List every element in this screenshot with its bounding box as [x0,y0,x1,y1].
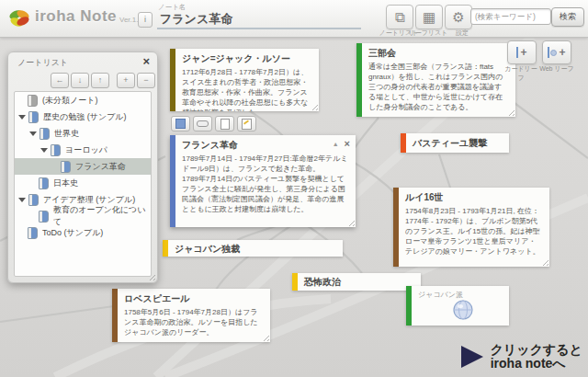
card-page-button[interactable] [215,116,234,131]
card-body: 1712年6月28日 - 1778年7月2日）は、スイス生まれの哲学者・政治思想… [182,67,312,111]
cta-line1: クリックすると [491,343,582,357]
sidebar-item-open-education[interactable]: 教育のオープン化について [15,208,151,224]
add-note-button[interactable]: + [117,73,135,88]
sidebar-item-world-history[interactable]: 世界史 [15,125,151,142]
sidebar-item-unclassified[interactable]: (未分類ノート) [15,92,151,109]
web-leaf-icon [548,47,549,58]
card-rousseau[interactable]: ジャン=ジャック・ルソー 1712年6月28日 - 1778年7月2日）は、スイ… [170,49,319,111]
notebook-icon [28,194,39,206]
card-color-button[interactable] [171,116,190,131]
card-title: ジャコバン独裁 [175,243,336,256]
move-up-button[interactable]: ↑ [91,73,109,88]
plus-icon: + [559,48,565,57]
sidebar-item-europe[interactable]: ヨーロッパ [15,142,151,158]
card-body: 1789年7月14日 - 1794年7月27日:革命暦2年テルミドール9日）は、… [182,154,349,214]
notebook-icon [51,144,61,156]
card-louis-xvi[interactable]: ルイ16世 1754年8月23日 - 1793年1月21日, 在位：1774年 … [393,188,549,267]
leaf-list-button[interactable]: ▦ [415,5,443,29]
tree-item-label: フランス革命 [75,161,126,173]
note-list-icon: ⧉ [395,9,405,25]
sidebar-item-japanese-history[interactable]: 日本史 [15,175,151,191]
plus-icon: + [520,48,526,57]
tree-item-label: 日本史 [53,177,78,189]
note-list-panel: ノートリスト × ← ↓ ↑ + − (未分類ノート) 歴史の勉強 (サンプル)… [7,51,158,283]
tree-item-label: 歴史の勉強 (サンプル) [43,111,127,123]
disclosure-down-icon[interactable] [40,148,48,153]
page-icon [220,119,230,130]
sidebar-item-french-revolution[interactable]: フランス革命 [15,158,151,175]
card-title: ルイ16世 [405,191,543,204]
globe-icon [452,299,474,321]
card-jacobin-dictatorship[interactable]: ジャコバン独裁 [163,240,343,257]
card-title: 三部会 [368,47,509,60]
add-card-leaf-button[interactable]: + [507,40,537,64]
tree-item-label: 世界史 [54,128,79,140]
cta-line2: iroha noteへ [491,357,582,371]
card-bastille[interactable]: バスティーユ襲撃 [401,133,509,153]
note-name-underline [157,28,361,29]
notebook-icon [61,161,71,173]
search-button[interactable]: 検索 [551,7,584,27]
notebook-icon [39,211,49,223]
disclosure-down-icon[interactable] [29,131,37,136]
card-link-button[interactable] [193,116,212,131]
selected-card-toolbar [171,116,256,131]
settings-button[interactable]: ⚙ [445,5,472,29]
notebook-icon [28,111,39,123]
sidebar-item-history-study[interactable]: 歴史の勉強 (サンプル) [15,109,151,125]
card-french-revolution-selected[interactable]: フランス革命 ▲ × 1789年7月14日 - 1794年7月27日:革命暦2年… [170,135,356,227]
notebook-icon [40,128,50,140]
card-title: バスティーユ襲撃 [413,137,503,150]
link-icon [197,120,209,127]
note-list-button[interactable]: ⧉ [386,5,413,29]
app-window: iroha Note Ver.1.2 i ノート名 フランス革命 ⧉ ▦ ⚙ ノ… [0,0,588,377]
tree-item-label: ヨーロッパ [65,144,107,156]
note-name[interactable]: フランス革命 [160,11,232,28]
card-leaf-label: カードリーフ [503,64,539,83]
card-body: 通常は全国三部会（フランス語：ftats gnraux）を指し、これはフランス国… [368,62,509,112]
card-resize-handle[interactable] [540,257,548,266]
web-dot-icon [550,50,557,56]
card-estates-general[interactable]: 三部会 通常は全国三部会（フランス語：ftats gnraux）を指し、これはフ… [356,43,515,117]
card-body: 1754年8月23日 - 1793年1月21日, 在位：1774年 - 1792… [405,206,543,257]
search-input[interactable] [470,8,551,25]
info-button[interactable]: i [138,12,153,28]
app-title: iroha Note [35,7,117,26]
leaf-list-icon: ▦ [423,9,435,25]
move-out-button[interactable]: ← [51,73,69,88]
card-title: ジャン=ジャック・ルソー [182,52,312,65]
disclosure-down-icon[interactable] [18,115,26,120]
add-web-leaf-button[interactable]: + [542,40,571,64]
card-title: ロベスピエール [124,292,264,305]
edit-icon [242,119,252,130]
note-list-panel-title: ノートリスト [17,57,68,69]
card-jacobin-club-web-leaf[interactable]: ジャコバン派 [406,286,509,326]
close-icon[interactable]: × [345,140,350,148]
play-triangle-icon [461,346,483,368]
remove-note-button[interactable]: − [137,73,155,88]
web-leaf-label: Web リーフ [538,64,575,74]
card-title: フランス革命 [182,139,349,152]
note-tree: (未分類ノート) 歴史の勉強 (サンプル) 世界史 ヨーロッパ フランス革命 日… [14,91,152,277]
card-resize-handle[interactable] [346,218,355,226]
card-leaf-icon [516,47,518,58]
card-title: 恐怖政治 [304,276,414,289]
tree-item-label: (未分類ノート) [42,95,97,107]
cta-text: クリックすると iroha noteへ [491,343,582,371]
notebook-icon [28,227,38,239]
move-down-button[interactable]: ↓ [71,73,89,88]
sidebar-item-todo[interactable]: ToDo (サンプル) [15,224,151,241]
iroha-note-cta[interactable]: クリックすると iroha noteへ [461,343,582,371]
card-robespierre[interactable]: ロベスピエール 1758年5月6日 - 1794年7月28日）はフランス革命期の… [112,289,270,342]
settings-button-label: 設定 [442,29,482,38]
notebook-icon [28,95,38,107]
collapse-icon[interactable]: ▲ [333,141,339,147]
gear-icon: ⚙ [452,9,464,25]
color-swatch-icon [175,119,186,129]
close-icon[interactable]: × [142,54,150,68]
card-edit-button[interactable] [237,116,256,131]
disclosure-down-icon[interactable] [18,198,26,202]
tree-item-label: ToDo (サンプル) [42,227,103,239]
card-body: 1758年5月6日 - 1794年7月28日）はフランス革命期の政治家。ルソーを… [124,307,264,337]
card-reign-of-terror[interactable]: 恐怖政治 [292,273,421,291]
